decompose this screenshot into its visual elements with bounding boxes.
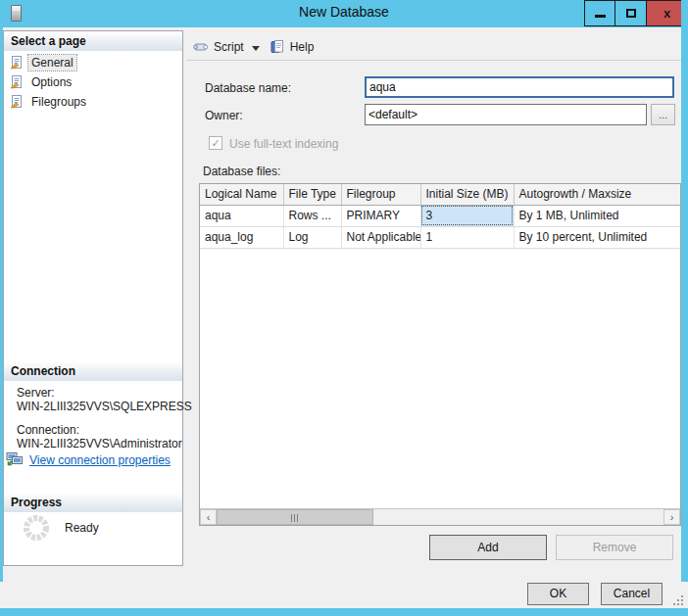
scrollbar-grip-icon	[291, 514, 299, 522]
cell-initial-size[interactable]: 1	[420, 226, 514, 248]
help-icon	[270, 39, 285, 55]
cell-file-type[interactable]: Log	[283, 226, 341, 248]
maximize-icon	[626, 9, 636, 18]
cell-autogrowth[interactable]: By 1 MB, Unlimited	[514, 205, 680, 226]
horizontal-scrollbar[interactable]: ‹ ›	[200, 508, 680, 525]
script-dropdown-icon[interactable]	[252, 46, 260, 51]
progress-row: Ready	[22, 513, 99, 543]
progress-spinner-icon	[22, 513, 51, 543]
resize-grip[interactable]	[674, 596, 684, 606]
cell-initial-size-selected[interactable]: 3	[420, 205, 514, 226]
cell-logical-name[interactable]: aqua	[200, 205, 283, 226]
sidebar-item-options[interactable]: Options	[4, 72, 182, 92]
database-files-label: Database files:	[203, 165, 280, 178]
window-border-right	[681, 0, 688, 582]
select-a-page-header: Select a page	[4, 31, 182, 51]
owner-label: Owner:	[205, 109, 243, 122]
cancel-button[interactable]: Cancel	[601, 583, 663, 605]
window-controls: x	[584, 0, 688, 27]
progress-status: Ready	[65, 521, 99, 535]
maximize-button[interactable]	[615, 0, 647, 26]
scroll-left-arrow[interactable]: ‹	[200, 509, 217, 525]
sidebar-item-filegroups[interactable]: Filegroups	[4, 92, 182, 112]
table-row: aqua Rows ... PRIMARY 3 By 1 MB, Unlimit…	[200, 205, 680, 226]
cell-logical-name[interactable]: aqua_log	[200, 226, 283, 248]
titlebar[interactable]: New Database x	[0, 0, 688, 27]
owner-browse-button[interactable]: ...	[651, 104, 675, 125]
owner-input[interactable]	[365, 104, 647, 125]
page-icon	[10, 56, 24, 70]
fulltext-label: Use full-text indexing	[229, 137, 338, 151]
files-table: Logical Name File Type Filegroup Initial…	[200, 184, 680, 249]
cell-filegroup[interactable]: Not Applicable	[341, 226, 420, 248]
page-list: General Options Filegroups	[4, 53, 182, 112]
sidebar-item-label: Options	[28, 74, 74, 90]
sidebar-item-label: Filegroups	[28, 94, 89, 110]
connection-header: Connection	[4, 361, 182, 381]
window-border-bottom	[0, 608, 688, 616]
script-icon	[192, 39, 209, 55]
page-icon	[10, 75, 24, 89]
database-name-label: Database name:	[205, 81, 291, 95]
script-button[interactable]: Script	[214, 40, 244, 54]
cell-filegroup[interactable]: PRIMARY	[341, 205, 420, 226]
column-header-autogrowth[interactable]: Autogrowth / Maxsize	[514, 184, 680, 205]
view-connection-properties-row: View connection properties	[6, 452, 171, 467]
connection-label: Connection:	[17, 423, 79, 437]
new-database-dialog: New Database x Select a page General Opt…	[0, 0, 688, 616]
progress-header: Progress	[4, 493, 182, 512]
connection-value: WIN-2LIII325VVS\Administrator	[17, 437, 182, 450]
page-icon	[10, 95, 24, 109]
remove-button[interactable]: Remove	[556, 535, 673, 560]
ok-button[interactable]: OK	[527, 583, 589, 605]
scrollbar-thumb[interactable]	[217, 509, 373, 525]
view-connection-properties-link[interactable]: View connection properties	[29, 453, 171, 467]
table-row: aqua_log Log Not Applicable 1 By 10 perc…	[200, 226, 680, 248]
connection-properties-icon	[6, 452, 24, 467]
minimize-button[interactable]	[584, 0, 615, 26]
toolbar-separator	[186, 60, 681, 61]
minimize-icon	[595, 15, 606, 18]
column-header-filegroup[interactable]: Filegroup	[341, 184, 420, 205]
sidebar-item-general[interactable]: General	[4, 53, 182, 72]
sidebar: Select a page General Options Filegroups…	[3, 30, 183, 566]
database-name-input[interactable]	[365, 76, 674, 98]
database-files-grid: Logical Name File Type Filegroup Initial…	[199, 183, 681, 526]
help-button[interactable]: Help	[290, 40, 315, 54]
server-value: WIN-2LIII325VVS\SQLEXPRESS	[17, 400, 192, 413]
fulltext-checkbox[interactable]: ✓	[209, 136, 222, 150]
column-header-file-type[interactable]: File Type	[283, 184, 341, 205]
server-label: Server:	[17, 386, 55, 400]
column-header-logical-name[interactable]: Logical Name	[200, 184, 283, 205]
header-row: Logical Name File Type Filegroup Initial…	[200, 184, 680, 205]
cell-autogrowth[interactable]: By 10 percent, Unlimited	[514, 226, 680, 248]
cell-file-type[interactable]: Rows ...	[283, 205, 341, 226]
toolbar: Script Help	[192, 37, 318, 57]
sidebar-item-label: General	[28, 55, 76, 71]
add-button[interactable]: Add	[429, 535, 547, 560]
scroll-right-arrow[interactable]: ›	[663, 509, 680, 525]
column-header-initial-size[interactable]: Initial Size (MB)	[420, 184, 514, 205]
